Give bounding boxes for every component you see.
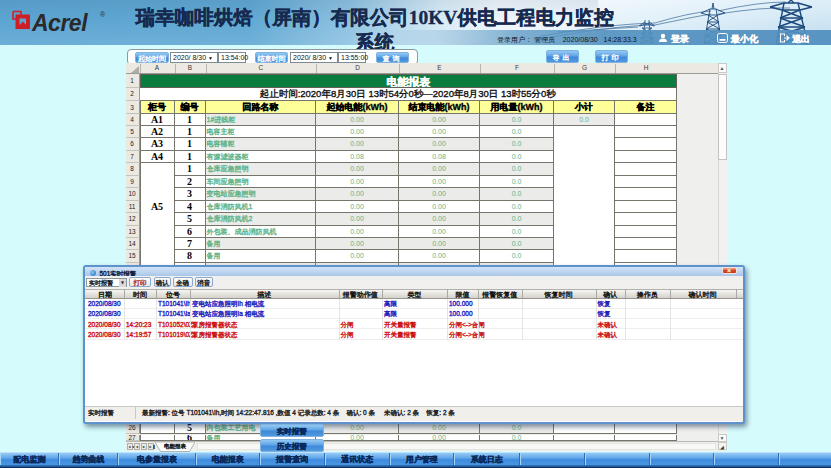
- svg-text:®: ®: [100, 11, 106, 18]
- svg-text:Acrel: Acrel: [31, 10, 88, 35]
